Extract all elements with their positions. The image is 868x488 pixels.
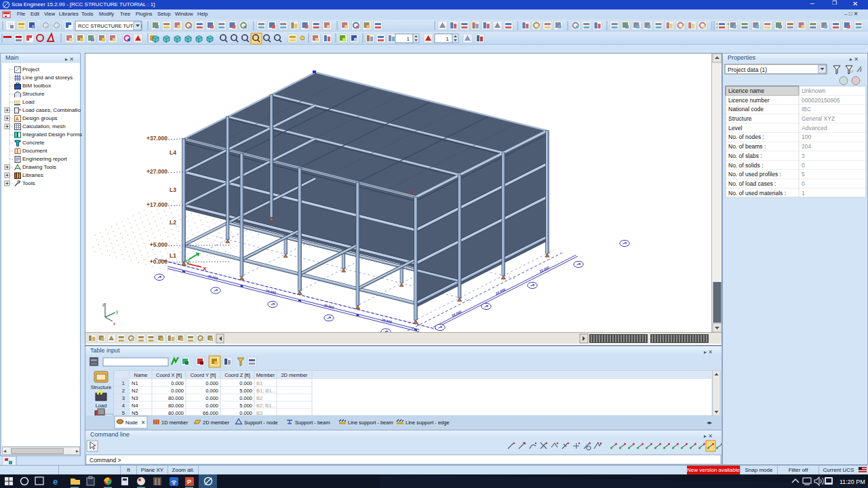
svg-text:General XYZ: General XYZ [802,115,835,122]
svg-text:N3: N3 [132,395,138,401]
svg-text:+0.000: +0.000 [150,258,168,265]
svg-text:Level: Level [728,125,742,131]
svg-text:80.000: 80.000 [168,410,184,416]
svg-text:Node: Node [125,420,138,426]
svg-text:N1: N1 [132,380,138,386]
svg-text:Line support - edge: Line support - edge [406,420,450,426]
svg-text:Support - beam: Support - beam [295,420,330,426]
svg-text:0.000: 0.000 [171,388,184,394]
svg-text:0.000: 0.000 [205,380,218,386]
svg-text:N2: N2 [132,388,138,394]
svg-text:B2: B2 [256,395,262,401]
svg-text:L4: L4 [170,149,176,156]
svg-text:3: 3 [122,395,125,401]
svg-text:B3: B3 [256,410,262,416]
svg-text:No. of nodes :: No. of nodes : [728,134,764,140]
svg-text:Structure: Structure [91,384,111,390]
svg-text:IBC: IBC [802,106,811,113]
svg-text:Licence name: Licence name [728,87,764,94]
svg-text:5.000: 5.000 [239,388,252,394]
svg-text:0.000: 0.000 [239,380,252,386]
svg-text:L1: L1 [170,252,176,259]
svg-text:+37.000: +37.000 [146,135,167,142]
svg-text:100: 100 [802,134,811,140]
svg-text:3: 3 [802,152,805,159]
svg-text:Coord Y [ft]: Coord Y [ft] [191,372,216,378]
svg-text:✓: ✓ [850,69,854,74]
svg-text:0.000: 0.000 [171,380,184,386]
svg-text:000020150905: 000020150905 [802,97,840,104]
svg-text:0: 0 [802,162,805,169]
svg-text:Coord X [ft]: Coord X [ft] [156,372,182,378]
svg-text:B2; B1...: B2; B1... [256,403,276,409]
svg-text:A: A [16,117,19,121]
svg-text:Coord Z [ft]: Coord Z [ft] [224,372,250,378]
svg-text:No. of beams :: No. of beams : [728,143,766,150]
svg-text:No. of solids :: No. of solids : [728,162,764,169]
svg-text:1: 1 [122,380,125,386]
svg-text:◂▸: ◂▸ [707,420,712,426]
svg-text:Unknown: Unknown [802,87,826,94]
svg-text:0.000: 0.000 [205,388,218,394]
svg-text:Support - node: Support - node [244,420,278,426]
svg-text:Load: Load [96,403,107,409]
svg-text:Command >: Command > [90,457,121,464]
svg-text:80.000: 80.000 [168,395,184,401]
svg-text:2D member: 2D member [203,420,230,426]
svg-text:P: P [187,479,191,485]
svg-text:B1; B1...: B1; B1... [256,388,276,394]
svg-text:0.000: 0.000 [205,403,218,409]
svg-text:No. of load cases :: No. of load cases : [728,180,776,187]
svg-text:2: 2 [122,388,125,394]
svg-text:1D member: 1D member [161,420,189,426]
svg-text:Member: Member [256,372,275,378]
svg-text:Advanced: Advanced [802,125,827,131]
svg-text:2D member: 2D member [281,372,308,378]
svg-text:L2: L2 [170,219,176,226]
svg-text:Licence number: Licence number [728,97,770,104]
svg-text:1: 1 [802,190,805,197]
svg-text:e: e [53,476,58,487]
svg-text:66.000: 66.000 [203,410,218,416]
svg-text:No. of used materials :: No. of used materials : [728,190,786,197]
svg-text:z: z [102,302,104,307]
svg-text:Structure: Structure [728,115,752,122]
svg-text:+17.000: +17.000 [146,201,167,208]
svg-text:Project data (1): Project data (1) [728,66,767,73]
svg-text:B1: B1 [256,380,262,386]
svg-text:4: 4 [122,403,125,409]
svg-text:Name: Name [134,372,147,378]
svg-text:N4: N4 [132,403,138,409]
svg-text:+5.000: +5.000 [150,241,168,248]
svg-text:0.000: 0.000 [205,395,218,401]
svg-text:0.000: 0.000 [239,410,252,416]
svg-text:5: 5 [122,410,125,416]
svg-text:11:20 PM: 11:20 PM [840,479,865,485]
svg-text:5.000: 5.000 [239,403,252,409]
svg-text:No. of used profiles :: No. of used profiles : [728,171,781,178]
svg-text:204: 204 [802,143,811,150]
svg-text:Line support - beam: Line support - beam [348,420,393,426]
svg-text:✕: ✕ [141,420,145,426]
svg-text:National code: National code [728,106,764,113]
svg-text:+27.000: +27.000 [146,168,167,175]
svg-text:No. of slabs :: No. of slabs : [728,152,762,159]
svg-text:0: 0 [802,180,805,187]
svg-text:5: 5 [802,171,805,178]
svg-text:X: X [203,266,207,272]
svg-text:0.000: 0.000 [239,395,252,401]
svg-text:N5: N5 [132,410,138,416]
svg-text:80.000: 80.000 [168,403,184,409]
svg-text:L3: L3 [170,186,176,193]
